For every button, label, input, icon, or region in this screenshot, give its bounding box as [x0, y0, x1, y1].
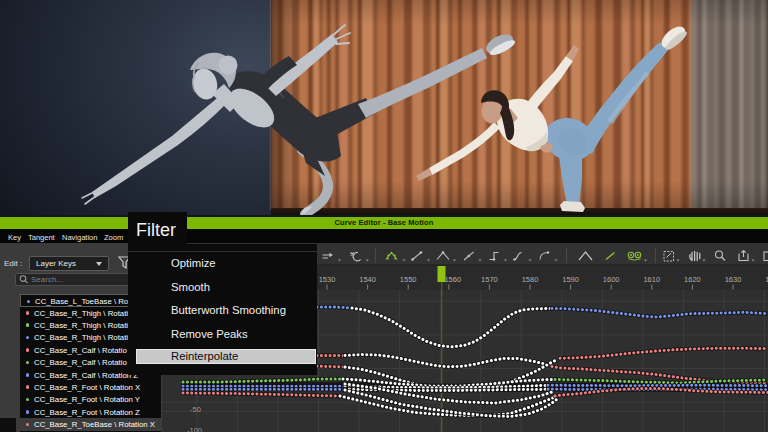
svg-text:1550: 1550 [400, 275, 417, 284]
svg-text:1600: 1600 [603, 275, 620, 284]
svg-text:1610: 1610 [643, 275, 660, 284]
svg-text:1580: 1580 [522, 275, 539, 284]
svg-text:1570: 1570 [481, 275, 498, 284]
svg-text:1560: 1560 [444, 275, 461, 284]
svg-text:1540: 1540 [359, 275, 376, 284]
svg-text:1530: 1530 [319, 275, 336, 284]
svg-text:1590: 1590 [562, 275, 579, 284]
svg-text:-100: -100 [187, 426, 202, 432]
svg-text:1620: 1620 [684, 275, 701, 284]
svg-text:-50: -50 [190, 405, 201, 414]
svg-text:1630: 1630 [725, 275, 742, 284]
